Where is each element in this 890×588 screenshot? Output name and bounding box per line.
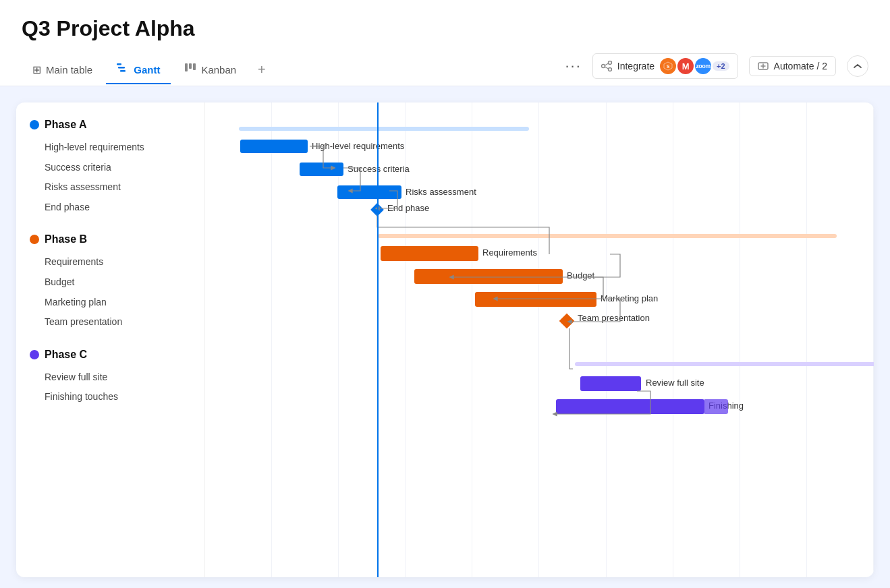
- gantt-chart: High-level requirements Success criteria…: [205, 102, 874, 577]
- bar-finishing-touches[interactable]: [556, 399, 704, 414]
- svg-point-7: [608, 61, 611, 65]
- gantt-container: Phase A High-level requirements Success …: [16, 102, 874, 577]
- phase-b-group: Phase B Requirements Budget Marketing pl…: [30, 233, 191, 332]
- chevron-up-icon: [854, 63, 862, 69]
- page-title: Q3 Project Alpha: [22, 16, 868, 41]
- tab-main-table[interactable]: ⊞ Main table: [22, 57, 103, 84]
- task-team-presentation: Team presentation: [30, 312, 191, 332]
- task-finishing-touches: Finishing touches: [30, 387, 191, 407]
- main-content: Phase A High-level requirements Success …: [0, 86, 890, 588]
- task-requirements: Requirements: [30, 252, 191, 272]
- integrate-icons: S M zoom +2: [660, 58, 729, 74]
- today-line: [377, 102, 379, 577]
- task-budget: Budget: [30, 272, 191, 293]
- bar-finishing-overflow: [704, 399, 728, 414]
- integrate-button[interactable]: Integrate S M zoom +2: [592, 53, 738, 79]
- task-end-phase-a: End phase: [30, 198, 191, 218]
- phase-a-summary-bar: [239, 127, 529, 131]
- phase-b-header: Phase B: [30, 233, 191, 245]
- svg-point-6: [601, 65, 605, 68]
- bar-high-level-label: High-level requirements: [312, 141, 404, 151]
- automate-button[interactable]: Automate / 2: [749, 56, 836, 76]
- svg-rect-2: [120, 70, 126, 72]
- bar-requirements-label: Requirements: [482, 247, 537, 258]
- phase-b-summary-bar: [378, 234, 837, 238]
- bar-requirements[interactable]: [381, 246, 478, 261]
- bar-marketing-plan-label: Marketing plan: [601, 293, 658, 303]
- bar-marketing-plan[interactable]: [475, 292, 596, 307]
- bar-budget-label: Budget: [567, 270, 594, 281]
- bar-success-criteria[interactable]: [300, 163, 343, 176]
- svg-point-8: [608, 68, 611, 71]
- bar-high-level[interactable]: [240, 140, 308, 153]
- bar-risks-assessment[interactable]: [337, 185, 401, 199]
- bar-review-full-site[interactable]: [580, 376, 641, 391]
- task-review-full-site: Review full site: [30, 368, 191, 388]
- gantt-icon: [117, 63, 129, 76]
- phase-c-group: Phase C Review full site Finishing touch…: [30, 349, 191, 407]
- phase-b-dot: [30, 235, 39, 244]
- svg-rect-3: [185, 63, 188, 71]
- task-risks-assessment: Risks assessment: [30, 177, 191, 198]
- svg-line-9: [605, 63, 608, 65]
- phase-c-header: Phase C: [30, 349, 191, 361]
- task-marketing-plan: Marketing plan: [30, 293, 191, 313]
- gantt-task-list: Phase A High-level requirements Success …: [16, 102, 205, 577]
- bar-end-phase-a-label: End phase: [387, 203, 429, 213]
- bar-review-full-site-label: Review full site: [646, 378, 704, 388]
- phase-a-dot: [30, 120, 39, 129]
- collapse-button[interactable]: [847, 55, 868, 77]
- phase-a-group: Phase A High-level requirements Success …: [30, 119, 191, 217]
- svg-rect-5: [193, 63, 196, 70]
- phase-c-summary-bar: [575, 362, 874, 366]
- svg-rect-4: [189, 63, 192, 69]
- bar-risks-assessment-label: Risks assessment: [406, 187, 476, 197]
- svg-rect-0: [117, 63, 121, 65]
- task-high-level: High-level requirements: [30, 138, 191, 158]
- tab-gantt[interactable]: Gantt: [106, 56, 171, 84]
- svg-text:S: S: [667, 64, 670, 69]
- bar-team-presentation-label: Team presentation: [578, 313, 650, 323]
- phase-c-dot: [30, 350, 39, 359]
- phase-a-header: Phase A: [30, 119, 191, 131]
- svg-rect-1: [118, 67, 125, 69]
- task-success-criteria: Success criteria: [30, 158, 191, 178]
- main-table-icon: ⊞: [32, 63, 41, 76]
- gantt-chart-area: High-level requirements Success criteria…: [205, 102, 874, 577]
- tab-kanban[interactable]: Kanban: [173, 56, 247, 84]
- kanban-icon: [184, 63, 196, 76]
- add-tab-button[interactable]: +: [250, 55, 274, 84]
- automate-icon: [758, 61, 769, 71]
- bar-budget[interactable]: [414, 269, 563, 284]
- more-options-button[interactable]: ···: [565, 57, 581, 75]
- integrate-icon: [601, 61, 612, 71]
- svg-line-10: [605, 67, 608, 69]
